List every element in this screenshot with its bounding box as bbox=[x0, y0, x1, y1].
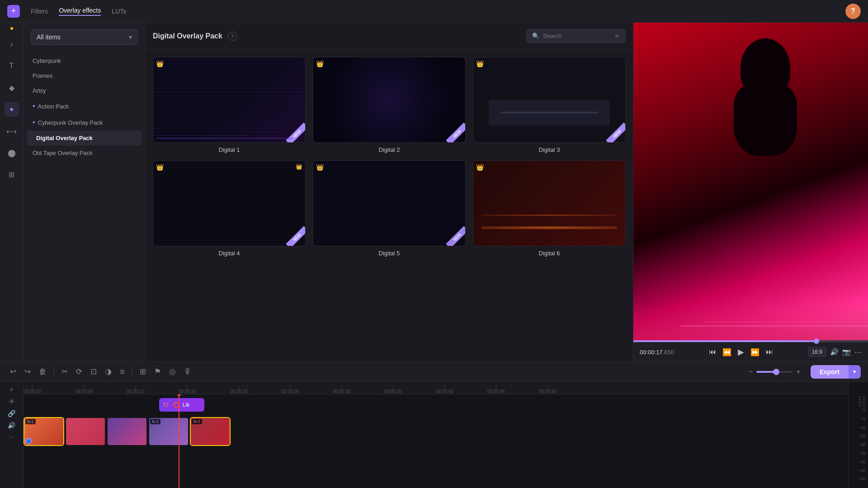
video-clip-2[interactable] bbox=[65, 417, 106, 446]
help-icon: ? bbox=[851, 7, 855, 15]
grid-thumb-d1: 👑 NEW bbox=[153, 57, 306, 143]
zoom-plus-icon[interactable]: + bbox=[796, 368, 800, 376]
play-button[interactable]: ▶ bbox=[736, 346, 746, 358]
undo-button[interactable]: ↩ bbox=[7, 365, 19, 378]
sidebar-item-artsy[interactable]: Artsy bbox=[24, 83, 145, 98]
tab-luts[interactable]: LUTs bbox=[112, 8, 126, 15]
zoom-slider[interactable] bbox=[756, 371, 793, 373]
link-button[interactable]: 🔗 bbox=[8, 410, 15, 417]
sidebar-btn-effect[interactable]: ✦ bbox=[5, 102, 19, 117]
all-items-dropdown[interactable]: All items ▾ bbox=[31, 29, 138, 45]
media-button[interactable]: ⊞ bbox=[137, 365, 149, 378]
icon-sidebar: ♪ T ◆ ✦ ⟷ ⬤ ⊞ bbox=[0, 23, 24, 361]
redo-button[interactable]: ↪ bbox=[22, 365, 33, 378]
sidebar-item-old-tape[interactable]: Old Tape Overlay Pack bbox=[24, 145, 145, 160]
search-clear-icon[interactable]: ✕ bbox=[614, 33, 619, 39]
sidebar-btn-color[interactable]: ⬤ bbox=[5, 145, 19, 160]
content-help-button[interactable]: ? bbox=[228, 32, 237, 41]
sidebar-item-action-pack[interactable]: • Action Pack bbox=[24, 98, 145, 114]
zoom-minus-icon[interactable]: − bbox=[749, 368, 753, 376]
category-list: Cyberpunk Frames Artsy • Action Pack • C… bbox=[24, 52, 145, 361]
eye-button[interactable]: 👁 bbox=[9, 398, 15, 405]
tracks-area: 💜 ⭕ Lik fx·1 🔵 bbox=[24, 394, 848, 488]
grid-item-d1[interactable]: 👑 NEW Digital 1 bbox=[153, 57, 306, 153]
speaker-button[interactable]: 🔊 bbox=[8, 422, 15, 429]
tab-filters[interactable]: Filters bbox=[31, 8, 48, 15]
search-input[interactable] bbox=[543, 33, 611, 39]
track-button[interactable]: ◎ bbox=[166, 365, 179, 378]
sidebar-item-frames[interactable]: Frames bbox=[24, 68, 145, 83]
play-next-button[interactable]: ⏭ bbox=[764, 347, 775, 357]
export-arrow-button[interactable]: ▾ bbox=[849, 365, 861, 379]
preview-video bbox=[633, 23, 868, 340]
grid-label-d2: Digital 2 bbox=[379, 146, 400, 153]
sidebar-item-digital-overlay[interactable]: Digital Overlay Pack bbox=[27, 131, 142, 145]
flag-button[interactable]: ⚑ bbox=[151, 365, 164, 378]
content-area: Digital Overlay Pack ? 🔍 ✕ 👑 NEW bbox=[146, 23, 633, 361]
video-clip-5[interactable]: fx·2 bbox=[190, 417, 231, 446]
sidebar-btn-shape[interactable]: ◆ bbox=[5, 80, 19, 95]
adjust-button[interactable]: ≡ bbox=[117, 365, 127, 379]
help-button[interactable]: ? bbox=[845, 4, 861, 19]
volume-button[interactable]: 🔊 bbox=[830, 348, 839, 356]
sidebar-btn-transition[interactable]: ⟷ bbox=[5, 124, 19, 138]
sidebar-item-cyberpunk-overlay[interactable]: • Cyberpunk Overlay Pack bbox=[24, 114, 145, 131]
aspect-ratio-selector[interactable]: 16:9 bbox=[808, 347, 826, 357]
preview-controls: 00:00:17.650 ⏮ ⏪ ▶ ⏩ ⏭ 16:9 🔊 📷 ⋯ bbox=[633, 342, 868, 361]
add-track-button[interactable]: + bbox=[9, 385, 14, 394]
color-icon: ⬤ bbox=[8, 149, 16, 157]
grid-label-d5: Digital 5 bbox=[379, 250, 400, 257]
timeline-toolbar: ↩ ↪ 🗑 ✂ ⟳ ⊡ ◑ ≡ ⊞ ⚑ ◎ 🎙 − + Export ▾ bbox=[0, 362, 868, 382]
crop-button[interactable]: ⊡ bbox=[88, 365, 99, 378]
cut-button[interactable]: ✂ bbox=[59, 365, 71, 378]
preview-playback-buttons: ⏮ ⏪ ▶ ⏩ ⏭ bbox=[707, 346, 775, 358]
content-header: Digital Overlay Pack ? 🔍 ✕ bbox=[146, 23, 633, 50]
plugin-icon: ⊞ bbox=[9, 170, 14, 179]
sidebar-btn-music[interactable]: ♪ bbox=[5, 37, 19, 52]
video-clip-1[interactable]: fx·1 🔵 bbox=[24, 417, 64, 446]
delete-button[interactable]: 🗑 bbox=[36, 366, 49, 378]
overlay-clip[interactable]: 💜 ⭕ Lik bbox=[159, 398, 204, 412]
export-button[interactable]: Export bbox=[811, 365, 849, 379]
grid-thumb-d6: 👑 bbox=[473, 160, 626, 246]
step-fwd-button[interactable]: ⏩ bbox=[749, 347, 761, 357]
grid-item-d4[interactable]: 👑 NEW 👑 Digital 4 bbox=[153, 160, 306, 257]
top-nav: + Filters Overlay effects LUTs ? bbox=[0, 0, 868, 23]
color-adjust-button[interactable]: ◑ bbox=[102, 365, 114, 378]
step-back-button[interactable]: ⏪ bbox=[721, 347, 733, 357]
tab-overlay-effects[interactable]: Overlay effects bbox=[59, 7, 101, 16]
preview-progress-thumb[interactable] bbox=[814, 338, 819, 344]
timeline-playhead[interactable] bbox=[179, 394, 179, 488]
sidebar-btn-text[interactable]: T bbox=[5, 59, 19, 73]
preview-video-frame bbox=[633, 23, 868, 340]
back-button[interactable]: ← bbox=[9, 433, 15, 441]
music-icon: ♪ bbox=[10, 40, 14, 48]
grid-item-d6[interactable]: 👑 Digital 6 bbox=[473, 160, 626, 257]
dot-icon: • bbox=[33, 102, 35, 110]
chevron-down-icon: ▾ bbox=[129, 33, 132, 41]
search-box: 🔍 ✕ bbox=[526, 29, 626, 43]
more-options-button[interactable]: ⋯ bbox=[854, 348, 862, 357]
main-area: ♪ T ◆ ✦ ⟷ ⬤ ⊞ All items ▾ Cyb bbox=[0, 23, 868, 361]
video-clip-4[interactable]: fx·2 bbox=[148, 417, 189, 446]
zoom-slider-thumb[interactable] bbox=[773, 369, 779, 375]
play-prev-button[interactable]: ⏮ bbox=[707, 347, 718, 357]
grid-label-d3: Digital 3 bbox=[539, 146, 560, 153]
rotate-button[interactable]: ⟳ bbox=[73, 365, 85, 378]
grid-item-d5[interactable]: 👑 NEW Digital 5 bbox=[313, 160, 466, 257]
fx-badge-1: fx·1 bbox=[25, 419, 36, 424]
mic-button[interactable]: 🎙 bbox=[181, 366, 194, 378]
screenshot-button[interactable]: 📷 bbox=[842, 348, 851, 356]
sidebar-item-cyberpunk[interactable]: Cyberpunk bbox=[24, 53, 145, 68]
effect-icon: ✦ bbox=[9, 105, 14, 114]
video-clip-3[interactable] bbox=[107, 417, 147, 446]
panel-header: All items ▾ bbox=[24, 23, 145, 52]
add-button[interactable]: + bbox=[7, 5, 20, 18]
preview-panel: 00:00:17.650 ⏮ ⏪ ▶ ⏩ ⏭ 16:9 🔊 📷 ⋯ bbox=[633, 23, 868, 361]
grid-item-d3[interactable]: 👑 NEW Digital 3 bbox=[473, 57, 626, 153]
grid-item-d2[interactable]: 👑 NEW Digital 2 bbox=[313, 57, 466, 153]
grid-thumb-d3: 👑 NEW bbox=[473, 57, 626, 143]
sidebar-btn-plugin[interactable]: ⊞ bbox=[5, 167, 19, 182]
preview-progress-bar[interactable] bbox=[633, 340, 868, 342]
audio-meter: 0 -5 -10 -15 -20 -25 -30 -40 -50 bbox=[848, 382, 868, 488]
